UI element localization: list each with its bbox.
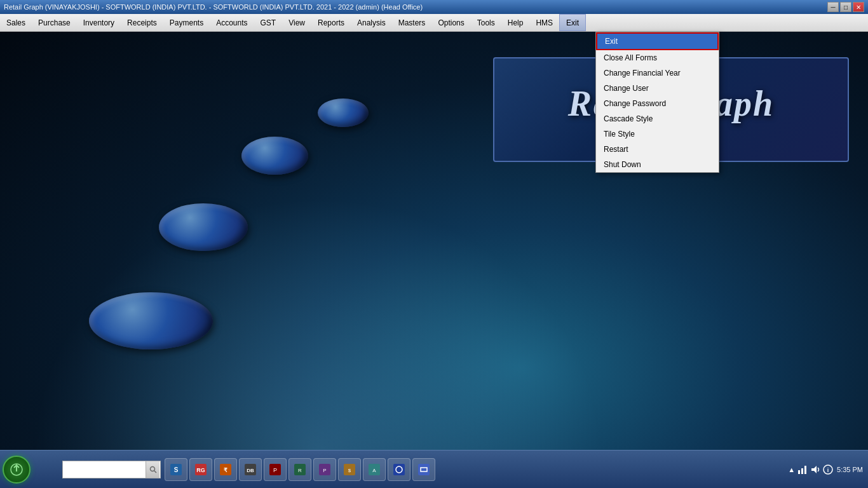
menu-payments[interactable]: Payments	[163, 14, 210, 31]
bubble-2	[159, 203, 248, 251]
menu-view[interactable]: View	[282, 14, 311, 31]
menu-accounts[interactable]: Accounts	[210, 14, 254, 31]
svg-line-2	[154, 471, 156, 473]
taskbar-search-box	[62, 461, 161, 478]
svg-text:RG: RG	[196, 467, 205, 473]
svg-rect-21	[393, 464, 405, 475]
start-button[interactable]	[3, 456, 31, 484]
minimize-button[interactable]: ─	[827, 2, 839, 12]
svg-text:DB: DB	[247, 468, 254, 473]
volume-icon	[810, 464, 820, 475]
bubble-3	[241, 137, 308, 175]
menu-purchase[interactable]: Purchase	[32, 14, 77, 31]
titlebar-controls: ─ □ ✕	[827, 2, 864, 12]
taskbar-app-2[interactable]: RG	[189, 458, 212, 481]
bubble-1	[89, 292, 213, 349]
taskbar-app-5[interactable]: P	[264, 458, 287, 481]
taskbar-app-4[interactable]: DB	[239, 458, 262, 481]
svg-text:₹: ₹	[224, 467, 227, 473]
menu-gst[interactable]: GST	[254, 14, 283, 31]
taskbar-app-7[interactable]: P	[313, 458, 336, 481]
titlebar-title: Retail Graph (VINAYAKJOSHI) - SOFTWORLD …	[4, 3, 423, 11]
dropdown-shut-down[interactable]: Shut Down	[596, 157, 719, 172]
svg-rect-23	[418, 464, 430, 475]
dropdown-change-financial-year[interactable]: Change Financial Year	[596, 65, 719, 81]
taskbar-app-6[interactable]: R	[288, 458, 311, 481]
svg-text:$: $	[348, 468, 351, 473]
taskbar-app-10[interactable]	[388, 458, 410, 481]
svg-text:i: i	[827, 467, 829, 473]
svg-rect-25	[798, 470, 800, 474]
svg-point-1	[150, 466, 154, 471]
dropdown-close-all-forms[interactable]: Close All Forms	[596, 50, 719, 65]
svg-text:R: R	[298, 468, 302, 473]
info-icon: i	[823, 464, 833, 475]
menu-options[interactable]: Options	[431, 14, 470, 31]
system-tray: ▲ i 5:35 PM	[783, 451, 868, 488]
taskbar-app-icons: S RG ₹ DB P	[165, 458, 435, 481]
svg-text:P: P	[273, 467, 277, 473]
menu-help[interactable]: Help	[501, 14, 530, 31]
taskbar-app-3[interactable]: ₹	[214, 458, 237, 481]
menu-sales[interactable]: Sales	[0, 14, 32, 31]
wallpaper-background: Retail Graph For Retail & Chains	[0, 32, 868, 451]
menu-tools[interactable]: Tools	[471, 14, 501, 31]
system-clock: 5:35 PM	[837, 466, 863, 473]
maximize-button[interactable]: □	[840, 2, 851, 12]
wallpaper: Retail Graph For Retail & Chains	[0, 32, 868, 451]
menu-receipts[interactable]: Receipts	[121, 14, 163, 31]
menu-analysis[interactable]: Analysis	[351, 14, 392, 31]
exit-dropdown-menu: Exit Close All Forms Change Financial Ye…	[595, 32, 719, 173]
network-icon	[797, 464, 808, 475]
svg-text:P: P	[323, 468, 326, 473]
menubar: Sales Purchase Inventory Receipts Paymen…	[0, 14, 868, 32]
dropdown-tile-style[interactable]: Tile Style	[596, 126, 719, 142]
taskbar-app-9[interactable]: A	[363, 458, 386, 481]
dropdown-restart[interactable]: Restart	[596, 142, 719, 157]
taskbar-app-8[interactable]: $	[338, 458, 361, 481]
svg-rect-27	[804, 466, 806, 474]
dropdown-exit[interactable]: Exit	[596, 32, 719, 50]
svg-text:A: A	[372, 468, 376, 473]
menu-hms[interactable]: HMS	[529, 14, 559, 31]
menu-inventory[interactable]: Inventory	[77, 14, 121, 31]
dropdown-cascade-style[interactable]: Cascade Style	[596, 111, 719, 126]
close-button[interactable]: ✕	[853, 2, 864, 12]
clock-time: 5:35 PM	[837, 466, 863, 473]
svg-text:S: S	[174, 466, 179, 473]
taskbar-app-softworld[interactable]: S	[165, 458, 187, 481]
svg-rect-26	[801, 468, 803, 474]
titlebar: Retail Graph (VINAYAKJOSHI) - SOFTWORLD …	[0, 0, 868, 14]
dropdown-change-password[interactable]: Change Password	[596, 96, 719, 111]
menu-masters[interactable]: Masters	[392, 14, 432, 31]
search-input[interactable]	[63, 464, 146, 475]
menu-reports[interactable]: Reports	[311, 14, 351, 31]
search-button[interactable]	[146, 461, 159, 478]
tray-arrow-up[interactable]: ▲	[788, 466, 795, 473]
dropdown-change-user[interactable]: Change User	[596, 81, 719, 96]
menu-exit[interactable]: Exit	[559, 14, 586, 31]
taskbar: S RG ₹ DB P	[0, 450, 868, 488]
bubble-4	[318, 98, 369, 127]
taskbar-app-11[interactable]	[412, 458, 435, 481]
